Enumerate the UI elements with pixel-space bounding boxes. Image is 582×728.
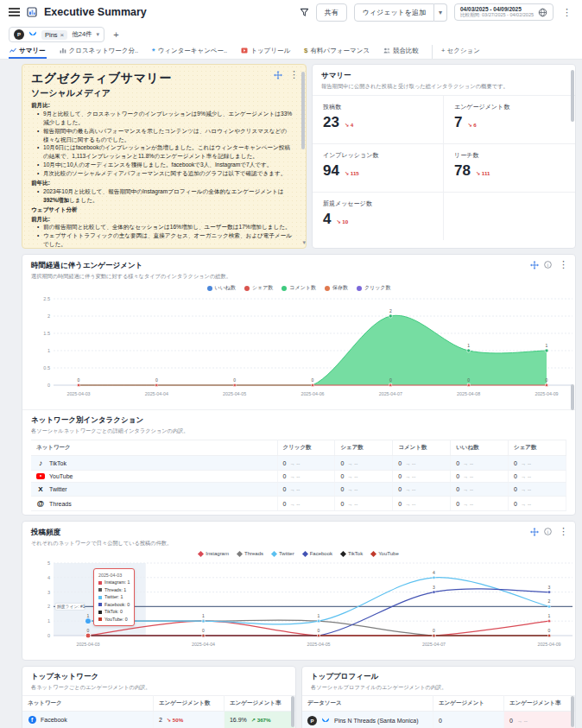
- column-header[interactable]: ネットワーク: [31, 440, 277, 456]
- column-header[interactable]: いいね数: [451, 440, 509, 456]
- share-button[interactable]: 共有: [316, 3, 347, 22]
- svg-text:0: 0: [47, 383, 50, 388]
- profile-filter[interactable]: P Pins × 他24件 ▾: [9, 27, 104, 42]
- change-indicator: → --: [289, 486, 300, 492]
- column-header[interactable]: クリック数: [277, 440, 335, 456]
- svg-text:1: 1: [548, 613, 551, 618]
- date-range-picker[interactable]: 04/03/2025 - 04/09/2025 比較期間: 03/27/2025…: [454, 3, 554, 21]
- move-icon[interactable]: [530, 528, 539, 536]
- chip-remove-icon[interactable]: ×: [60, 31, 65, 39]
- svg-text:i: i: [547, 529, 548, 535]
- column-header[interactable]: シェア数: [509, 440, 566, 456]
- top-profiles-subtitle: 各ソーシャルプロファイルのエンゲージメントの内訳。: [311, 684, 566, 692]
- tab-5[interactable]: 競合比較: [383, 45, 420, 59]
- svg-text:2025-04-06: 2025-04-06: [300, 391, 324, 396]
- column-header[interactable]: エンゲージメント数: [153, 696, 224, 712]
- metric-value: 4: [323, 211, 331, 228]
- card-kebab-icon[interactable]: ⋮: [557, 259, 570, 270]
- change-indicator: → --: [463, 486, 473, 492]
- summary-subtitle: 報告期間中に公開された投稿と受け取った総インタラクションの概要です。: [321, 83, 566, 91]
- add-widget-button[interactable]: ウィジェットを追加: [354, 3, 434, 22]
- row-name: Pins N Threads (Santa Monica): [334, 718, 419, 724]
- metric-エンゲージメント数: エンゲージメント数7↘ 6: [444, 95, 575, 143]
- column-header[interactable]: コメント数: [393, 440, 451, 456]
- summary-bullet: 報告期間中の最も高いパフォーマンスを示したコンテンツは、ハロウィンやクリスマスな…: [31, 127, 295, 144]
- network-name: Twitter: [49, 486, 67, 492]
- info-icon[interactable]: i: [544, 528, 552, 535]
- column-header[interactable]: シェア数: [335, 440, 393, 456]
- move-icon[interactable]: [274, 71, 282, 79]
- report-icon: [27, 7, 37, 17]
- move-icon[interactable]: [530, 261, 539, 269]
- svg-text:0: 0: [548, 628, 551, 633]
- svg-text:2025-04-09: 2025-04-09: [537, 642, 560, 647]
- scrollbar-thumb[interactable]: [571, 70, 574, 122]
- legend-item[interactable]: シェア数: [244, 284, 273, 292]
- tab-3[interactable]: トップリール: [240, 45, 291, 59]
- tab-label: ウィンターキャンペー..: [158, 47, 228, 55]
- metric-リーチ数: リーチ数78↘ 111: [444, 143, 575, 192]
- column-header[interactable]: エンゲージメント: [433, 696, 503, 712]
- scrollbar-thumb[interactable]: [571, 384, 574, 410]
- network-name: YouTube: [49, 473, 73, 479]
- legend-item[interactable]: コメント数: [282, 284, 316, 292]
- svg-text:0: 0: [233, 377, 236, 383]
- scrollbar-thumb[interactable]: [571, 696, 574, 727]
- x-icon: X: [36, 485, 45, 493]
- svg-text:0: 0: [546, 377, 548, 383]
- menu-icon[interactable]: [9, 6, 20, 19]
- svg-text:2: 2: [389, 308, 392, 313]
- summary-bullet: 10月6日にはfacebookのインプレッションが急増しました。これはウィンター…: [31, 143, 295, 161]
- filter-icon[interactable]: [300, 8, 309, 17]
- add-filter-button[interactable]: +: [111, 29, 121, 40]
- tab-6[interactable]: + セクション: [432, 45, 481, 59]
- scrollbar-thumb[interactable]: [301, 72, 305, 149]
- summary-heading: 前月比:: [31, 215, 295, 224]
- svg-text:0: 0: [47, 633, 50, 638]
- column-header[interactable]: データソース: [302, 696, 433, 712]
- frequency-chart[interactable]: 543210頻度ライン: #101001110420332025-04-0320…: [31, 556, 566, 656]
- engagement-chart-svg: 2.521.510.5002025-04-0302025-04-0402025-…: [31, 292, 578, 402]
- change-indicator: → --: [347, 473, 357, 479]
- svg-text:2025-04-03: 2025-04-03: [76, 642, 99, 647]
- column-header[interactable]: エンゲージメント率: [224, 696, 294, 712]
- header-kebab-icon[interactable]: ⋮: [560, 7, 573, 18]
- tab-2[interactable]: *ウィンターキャンペー..: [151, 45, 228, 59]
- chart-tooltip: 2025-04-03Instagram: 1Threads: 1Twitter:…: [93, 568, 135, 626]
- card-kebab-icon[interactable]: ⋮: [288, 69, 300, 80]
- svg-text:0.5: 0.5: [43, 365, 50, 370]
- globe-icon: [538, 8, 547, 17]
- column-header[interactable]: ネットワーク: [22, 696, 153, 712]
- legend-marker: [244, 286, 250, 291]
- legend-item[interactable]: 保存数: [325, 284, 348, 292]
- network-table-title: ネットワーク別インタラクション: [31, 415, 566, 426]
- metric-投稿数: 投稿数23↘ 4: [313, 95, 444, 143]
- svg-text:2025-04-03: 2025-04-03: [66, 391, 90, 396]
- svg-text:0: 0: [155, 377, 158, 383]
- network-interactions-table: ネットワーククリック数シェア数コメント数いいね数シェア数♪TikTok0→ --…: [31, 440, 566, 511]
- add-widget-caret[interactable]: ▾: [434, 3, 447, 22]
- metric-value: 78: [454, 162, 471, 180]
- legend-item[interactable]: いいね数: [207, 284, 236, 292]
- compare-icon: [383, 47, 390, 54]
- change-indicator: → --: [289, 501, 300, 507]
- tab-4[interactable]: $有料パフォーマンス: [303, 45, 370, 59]
- scroll-down-icon[interactable]: ▾: [302, 239, 306, 246]
- column-header[interactable]: エンゲージメント率: [503, 696, 574, 712]
- tab-1[interactable]: クロスネットワーク分..: [59, 45, 140, 59]
- legend-marker: [207, 286, 212, 291]
- avatar: P: [307, 716, 317, 725]
- engagement-chart[interactable]: 2.521.510.5002025-04-0302025-04-0402025-…: [31, 292, 566, 406]
- svg-text:1: 1: [47, 348, 50, 353]
- svg-text:1: 1: [318, 613, 320, 618]
- legend-item[interactable]: クリック数: [357, 284, 391, 292]
- svg-text:0: 0: [318, 628, 320, 633]
- top-profiles-table: データソースエンゲージメントエンゲージメント率PPins N Threads (…: [302, 695, 575, 728]
- change-indicator: ↘ 50%: [167, 717, 183, 723]
- card-kebab-icon[interactable]: ⋮: [557, 526, 570, 537]
- svg-text:2025-04-08: 2025-04-08: [457, 391, 480, 396]
- scrollbar-thumb[interactable]: [291, 696, 294, 727]
- info-icon[interactable]: i: [544, 261, 552, 269]
- tab-0[interactable]: サマリー: [9, 45, 47, 59]
- filter-chip[interactable]: Pins ×: [41, 30, 67, 40]
